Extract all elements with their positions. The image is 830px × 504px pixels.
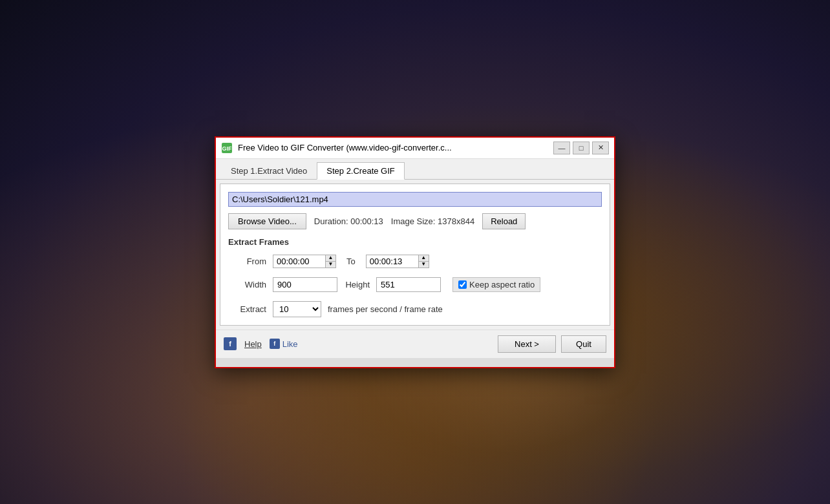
from-input[interactable]	[273, 255, 325, 268]
to-input[interactable]	[367, 255, 418, 268]
file-path-input[interactable]	[228, 192, 602, 207]
width-input[interactable]	[273, 277, 337, 292]
from-spinbox: ▲ ▼	[273, 255, 336, 268]
height-label: Height	[344, 280, 370, 289]
main-window: GIF Free Video to GIF Converter (www.vid…	[215, 136, 615, 368]
tab-step2[interactable]: Step 2.Create GIF	[317, 162, 405, 180]
file-row	[228, 192, 602, 207]
footer-right: Next > Quit	[498, 335, 606, 353]
help-link[interactable]: Help	[244, 339, 262, 349]
tab-step1[interactable]: Step 1.Extract Video	[221, 162, 317, 180]
status-bar	[216, 358, 614, 367]
footer: f Help f Like Next > Quit	[216, 330, 614, 358]
browse-video-button[interactable]: Browse Video...	[228, 213, 306, 229]
minimize-button[interactable]: —	[553, 142, 570, 154]
width-label: Width	[231, 280, 266, 289]
footer-left: f Help f Like	[224, 337, 498, 350]
svg-text:GIF: GIF	[222, 145, 233, 152]
like-text: Like	[282, 339, 298, 349]
to-separator-label: To	[346, 257, 356, 266]
from-to-row: From ▲ ▼ To ▲ ▼	[231, 255, 599, 268]
fps-select[interactable]: 1 2 5 10 15 20 25 30	[273, 301, 321, 317]
close-button[interactable]: ✕	[592, 142, 609, 154]
maximize-button[interactable]: □	[573, 142, 590, 154]
to-spin-down[interactable]: ▼	[419, 261, 429, 268]
keep-aspect-ratio-checkbox[interactable]	[458, 280, 467, 289]
next-button[interactable]: Next >	[498, 335, 556, 353]
tabs-bar: Step 1.Extract Video Step 2.Create GIF	[216, 159, 614, 180]
reload-button[interactable]: Reload	[482, 213, 526, 229]
meta-row: Browse Video... Duration: 00:00:13 Image…	[228, 213, 602, 229]
to-spin-buttons: ▲ ▼	[418, 255, 429, 268]
title-bar: GIF Free Video to GIF Converter (www.vid…	[216, 138, 614, 159]
height-input[interactable]	[376, 277, 441, 292]
from-label: From	[231, 257, 266, 266]
like-button[interactable]: f Like	[270, 339, 298, 349]
image-size-text: Image Size: 1378x844	[391, 216, 474, 226]
to-spin-up[interactable]: ▲	[419, 255, 429, 261]
main-content: Browse Video... Duration: 00:00:13 Image…	[220, 184, 610, 326]
from-spin-up[interactable]: ▲	[326, 255, 335, 261]
to-spinbox: ▲ ▼	[366, 255, 429, 268]
app-footer-icon: f	[224, 337, 237, 350]
facebook-icon: f	[270, 339, 280, 349]
from-spin-down[interactable]: ▼	[326, 261, 335, 268]
extract-frames-label: Extract Frames	[228, 237, 602, 247]
app-icon: GIF	[221, 142, 233, 154]
extract-label: Extract	[231, 304, 266, 314]
from-spin-buttons: ▲ ▼	[325, 255, 335, 268]
fps-suffix-text: frames per second / frame rate	[328, 304, 443, 314]
quit-button[interactable]: Quit	[561, 335, 606, 353]
duration-text: Duration: 00:00:13	[314, 216, 383, 226]
window-title: Free Video to GIF Converter (www.video-g…	[238, 143, 553, 152]
width-height-row: Width Height Keep aspect ratio	[231, 277, 599, 292]
keep-aspect-ratio-label[interactable]: Keep aspect ratio	[452, 277, 540, 292]
form-grid: From ▲ ▼ To ▲ ▼	[228, 255, 602, 317]
extract-fps-row: Extract 1 2 5 10 15 20 25 30 frames per …	[231, 301, 599, 317]
window-controls: — □ ✕	[553, 142, 609, 154]
keep-aspect-ratio-text: Keep aspect ratio	[469, 280, 535, 289]
